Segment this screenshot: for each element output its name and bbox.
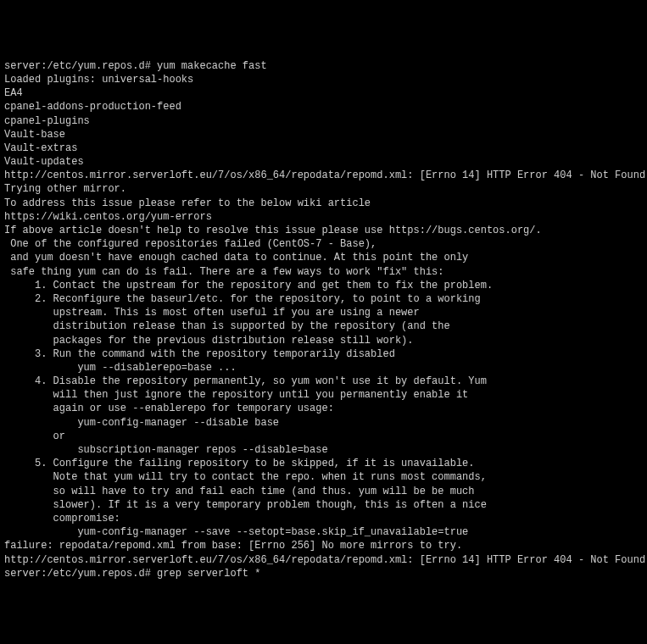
terminal-line: yum --disablerepo=base ... [4, 361, 643, 375]
terminal-line: packages for the previous distribution r… [4, 334, 643, 347]
terminal-line: cpanel-plugins [4, 114, 643, 128]
terminal-line: http://centos.mirror.serverloft.eu/7/os/… [4, 553, 643, 567]
terminal-line: so will have to try and fail each time (… [4, 485, 643, 498]
terminal-line: upstream. This is most often useful if y… [4, 306, 643, 319]
terminal-line: and yum doesn't have enough cached data … [4, 251, 643, 264]
terminal-line: slower). If it is a very temporary probl… [4, 498, 643, 512]
terminal-line: again or use --enablerepo for temporary … [4, 402, 643, 415]
terminal-output[interactable]: server:/etc/yum.repos.d# yum makecache f… [4, 59, 643, 580]
terminal-line: To address this issue please refer to th… [4, 197, 643, 210]
terminal-line: EA4 [4, 86, 643, 100]
terminal-line: or [4, 430, 643, 443]
terminal-line: server:/etc/yum.repos.d# grep serverloft… [4, 567, 643, 580]
terminal-line: will then just ignore the repository unt… [4, 388, 643, 402]
terminal-line: yum-config-manager --save --setopt=base.… [4, 525, 643, 539]
terminal-line: subscription-manager repos --disable=bas… [4, 443, 643, 457]
terminal-line: 3. Run the command with the repository t… [4, 347, 643, 361]
terminal-line: 5. Configure the failing repository to b… [4, 457, 643, 470]
terminal-line: Trying other mirror. [4, 182, 643, 196]
terminal-line: cpanel-addons-production-feed [4, 100, 643, 114]
terminal-line: distribution release than is supported b… [4, 319, 643, 333]
terminal-line: 4. Disable the repository permanently, s… [4, 375, 643, 388]
terminal-line: failure: repodata/repomd.xml from base: … [4, 539, 643, 552]
terminal-line: Loaded plugins: universal-hooks [4, 73, 643, 86]
terminal-line: 2. Reconfigure the baseurl/etc. for the … [4, 292, 643, 306]
terminal-line: http://centos.mirror.serverloft.eu/7/os/… [4, 169, 643, 182]
terminal-line: server:/etc/yum.repos.d# yum makecache f… [4, 59, 643, 73]
terminal-line: yum-config-manager --disable base [4, 416, 643, 430]
terminal-line: One of the configured repositories faile… [4, 237, 643, 251]
terminal-line: If above article doesn't help to resolve… [4, 224, 643, 237]
terminal-line: safe thing yum can do is fail. There are… [4, 265, 643, 279]
terminal-line: Vault-extras [4, 142, 643, 155]
terminal-line: Vault-base [4, 128, 643, 142]
terminal-line: 1. Contact the upstream for the reposito… [4, 279, 643, 292]
terminal-line: Vault-updates [4, 155, 643, 169]
terminal-line: compromise: [4, 512, 643, 525]
terminal-line: https://wiki.centos.org/yum-errors [4, 210, 643, 224]
terminal-line: Note that yum will try to contact the re… [4, 470, 643, 484]
